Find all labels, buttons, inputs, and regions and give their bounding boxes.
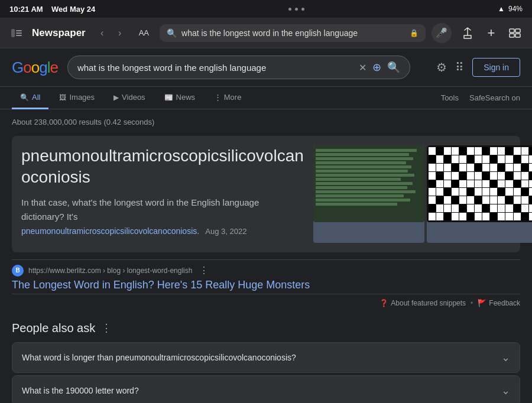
svg-rect-5 <box>515 29 520 32</box>
tabs-button[interactable] <box>505 23 525 43</box>
dot3 <box>301 8 304 11</box>
tab-images[interactable]: 🖼 Images <box>51 87 103 109</box>
cw-cell <box>444 180 451 188</box>
snippet-image-1[interactable] <box>313 145 424 243</box>
snippet-footer: ❓ About featured snippets • 🚩 Feedback <box>12 294 520 312</box>
status-center-dots <box>288 8 304 11</box>
cw-cell <box>475 147 482 155</box>
cw-cell <box>429 155 436 163</box>
cw-cell <box>452 164 459 171</box>
tools-tab[interactable]: Tools <box>433 87 467 108</box>
google-apps-button[interactable]: ⠿ <box>455 60 464 74</box>
paa-item-0[interactable]: What word is longer than pneumonoultrami… <box>12 342 520 373</box>
cw-cell <box>475 172 482 180</box>
cw-cell <box>467 172 474 180</box>
cw-cell <box>444 164 451 171</box>
tab-more[interactable]: ⋮ More <box>206 87 249 109</box>
share-button[interactable] <box>458 23 478 43</box>
back-button[interactable]: ‹ <box>94 25 111 41</box>
cw-cell <box>514 188 521 196</box>
results-count: About 238,000,000 results (0.42 seconds) <box>12 118 520 126</box>
cw-cell <box>452 180 459 188</box>
cw-cell <box>436 155 443 163</box>
tab-videos[interactable]: ▶ Videos <box>105 87 154 109</box>
cw-cell <box>444 188 451 196</box>
settings-button[interactable]: ⚙ <box>436 60 447 74</box>
source-title-link[interactable]: The Longest Word in English? Here's 15 R… <box>12 279 310 291</box>
cw-cell <box>490 172 497 180</box>
google-lens-button[interactable]: ⊕ <box>372 61 381 74</box>
cw-cell <box>429 196 436 204</box>
google-header-right: ⚙ ⠿ Sign in <box>436 58 520 77</box>
cw-cell <box>444 147 451 155</box>
cw-cell <box>498 172 505 180</box>
sidebar-toggle-button[interactable] <box>7 24 26 43</box>
cw-cell <box>452 204 459 212</box>
forward-button[interactable]: › <box>112 25 128 41</box>
cw-cell <box>482 147 489 155</box>
text-line <box>316 190 416 193</box>
cw-cell <box>514 213 521 220</box>
tab-all[interactable]: 🔍 All <box>12 87 48 109</box>
cw-cell <box>505 204 512 212</box>
cw-cell <box>505 172 512 180</box>
cw-cell <box>452 172 459 180</box>
cw-cell <box>459 147 466 155</box>
paa-chevron-0: ⌄ <box>501 351 510 364</box>
cw-cell <box>475 204 482 212</box>
google-clear-button[interactable]: ✕ <box>359 62 366 73</box>
browser-bar: Newspaper ‹ › AA 🔍 what is the longest w… <box>0 18 532 48</box>
about-featured-snippets-link[interactable]: ❓ About featured snippets <box>379 299 466 307</box>
cw-cell <box>514 155 521 163</box>
google-search-input[interactable] <box>77 63 353 73</box>
cw-cell <box>498 147 505 155</box>
cw-cell <box>482 164 489 171</box>
cw-cell <box>490 196 497 204</box>
question-icon: ❓ <box>379 299 388 307</box>
cw-cell <box>498 164 505 171</box>
search-tabs: 🔍 All 🖼 Images ▶ Videos 📰 News ⋮ More To… <box>0 87 532 109</box>
aa-button[interactable]: AA <box>134 26 154 40</box>
cw-cell <box>521 196 528 204</box>
lock-icon: 🔒 <box>410 29 419 37</box>
sign-in-button[interactable]: Sign in <box>472 58 520 77</box>
cw-cell <box>498 196 505 204</box>
cw-cell <box>490 164 497 171</box>
cw-cell <box>429 172 436 180</box>
url-bar[interactable]: 🔍 what is the longest word in the englis… <box>160 24 426 42</box>
cw-cell <box>459 213 466 220</box>
cw-cell <box>459 155 466 163</box>
feedback-link[interactable]: 🚩 Feedback <box>478 299 520 307</box>
svg-rect-2 <box>16 32 22 34</box>
paa-item-1[interactable]: What is the 190000 letter word? ⌄ <box>12 375 520 403</box>
battery-icon: 94% <box>508 5 523 13</box>
snippet-image-2[interactable] <box>427 145 532 243</box>
text-line <box>316 157 414 160</box>
cw-cell <box>490 180 497 188</box>
images-icon: 🖼 <box>59 93 66 102</box>
cw-cell <box>529 164 532 171</box>
google-search-button[interactable]: 🔍 <box>387 61 400 74</box>
cw-cell <box>498 204 505 212</box>
text-line <box>316 161 406 164</box>
google-search-bar[interactable]: ✕ ⊕ 🔍 <box>67 56 410 79</box>
paa-question-0: What word is longer than pneumonoultrami… <box>22 353 296 362</box>
text-line <box>316 186 407 189</box>
cw-cell <box>452 155 459 163</box>
mic-button[interactable]: 🎤 <box>432 23 452 43</box>
new-tab-button[interactable]: + <box>481 23 501 43</box>
cw-cell <box>529 213 532 220</box>
paa-more-button[interactable]: ⋮ <box>101 321 112 334</box>
snippet-word: pneumonoultramicroscopicsilicovolcan oco… <box>21 145 304 188</box>
cw-cell <box>436 188 443 196</box>
wifi-icon: ▲ <box>498 5 505 13</box>
cw-cell <box>521 180 528 188</box>
text-lines <box>313 145 424 209</box>
cw-cell <box>490 188 497 196</box>
cw-cell <box>505 196 512 204</box>
snippet-link[interactable]: pneumonoultramicroscopicsilicovolcanocon… <box>21 226 199 236</box>
cw-cell <box>444 204 451 212</box>
text-line <box>316 153 409 156</box>
source-more-button[interactable]: ⋮ <box>199 265 209 276</box>
tab-news[interactable]: 📰 News <box>156 87 204 109</box>
